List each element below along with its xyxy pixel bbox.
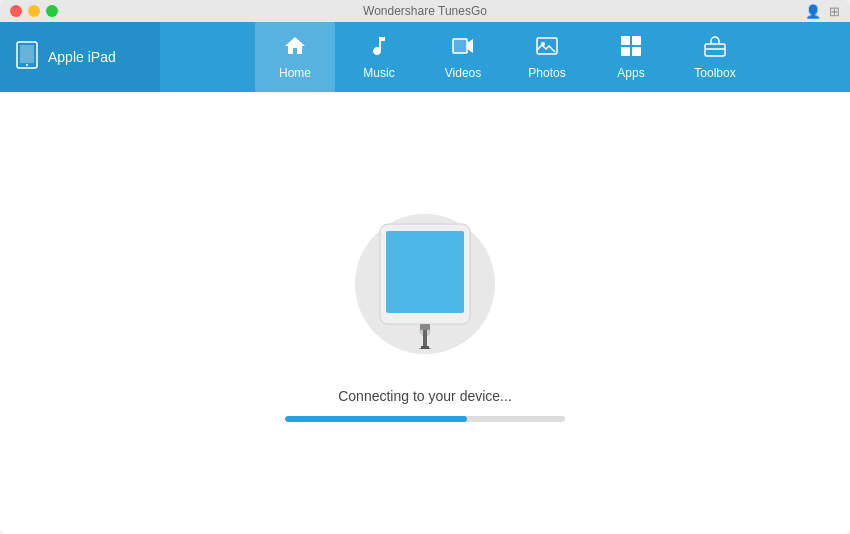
photos-icon [535, 34, 559, 62]
maximize-button[interactable] [46, 5, 58, 17]
svg-rect-8 [632, 36, 641, 45]
title-bar: Wondershare TunesGo 👤 ⊞ [0, 0, 850, 22]
nav-label-music: Music [363, 66, 394, 80]
nav-bar: Apple iPad Home Music [0, 22, 850, 92]
close-button[interactable] [10, 5, 22, 17]
ipad-illustration [370, 219, 480, 349]
title-bar-actions: 👤 ⊞ [805, 4, 840, 19]
nav-item-toolbox[interactable]: Toolbox [675, 22, 755, 92]
progress-bar-fill [285, 416, 467, 422]
svg-rect-16 [420, 324, 430, 330]
progress-bar-container [285, 416, 565, 422]
svg-rect-19 [421, 346, 429, 349]
svg-rect-14 [386, 231, 464, 313]
device-name: Apple iPad [48, 49, 116, 65]
layout-icon[interactable]: ⊞ [829, 4, 840, 19]
traffic-lights [10, 5, 58, 17]
home-icon [283, 34, 307, 62]
svg-point-2 [26, 64, 28, 66]
nav-label-home: Home [279, 66, 311, 80]
nav-label-videos: Videos [445, 66, 481, 80]
app-title: Wondershare TunesGo [363, 4, 487, 18]
nav-label-apps: Apps [617, 66, 644, 80]
apps-icon [619, 34, 643, 62]
videos-icon [451, 34, 475, 62]
ipad-icon [16, 41, 38, 74]
svg-rect-9 [621, 47, 630, 56]
svg-rect-10 [632, 47, 641, 56]
music-icon [367, 34, 391, 62]
nav-item-home[interactable]: Home [255, 22, 335, 92]
nav-label-toolbox: Toolbox [694, 66, 735, 80]
nav-label-photos: Photos [528, 66, 565, 80]
nav-item-apps[interactable]: Apps [591, 22, 671, 92]
nav-item-videos[interactable]: Videos [423, 22, 503, 92]
progress-section: Connecting to your device... [285, 388, 565, 422]
minimize-button[interactable] [28, 5, 40, 17]
main-content: Connecting to your device... [0, 92, 850, 534]
device-illustration [345, 204, 505, 364]
device-section: Apple iPad [0, 22, 160, 92]
nav-item-music[interactable]: Music [339, 22, 419, 92]
svg-rect-1 [20, 45, 34, 63]
nav-item-photos[interactable]: Photos [507, 22, 587, 92]
svg-rect-11 [705, 44, 725, 56]
connecting-text: Connecting to your device... [338, 388, 512, 404]
nav-items: Home Music Videos [160, 22, 850, 92]
svg-rect-7 [621, 36, 630, 45]
svg-rect-3 [453, 39, 467, 53]
toolbox-icon [703, 34, 727, 62]
user-icon[interactable]: 👤 [805, 4, 821, 19]
